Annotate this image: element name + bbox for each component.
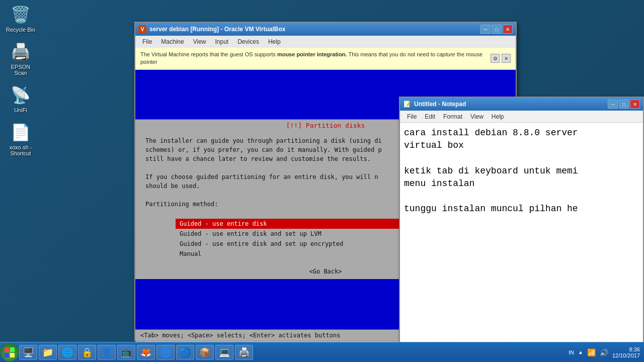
notepad-menu-file[interactable]: File	[403, 112, 421, 121]
taskbar-app-tv[interactable]: 📺	[117, 345, 135, 360]
taskbar-app-chrome[interactable]: 🔵	[176, 345, 194, 360]
notepad-titlebar[interactable]: 📝 Untitled - Notepad ─ □ ✕	[400, 98, 643, 111]
unifi-icon[interactable]: 📡 UniFi	[3, 83, 39, 115]
vbox-menubar: File Machine View Input Devices Help	[135, 36, 516, 48]
svg-rect-3	[10, 353, 15, 357]
clock-date: 12/10/2017	[612, 352, 640, 358]
taskbar-apps: 🖥️ 📁 🌐 🔒 👤 📺 🦊 🌀 🔵 📦 💻 🖨️	[19, 345, 569, 360]
taskbar-app-security[interactable]: 🔒	[78, 345, 96, 360]
notepad-menu-edit[interactable]: Edit	[421, 112, 439, 121]
virtualbox-icon: V	[138, 25, 146, 33]
taskbar-app-swirl[interactable]: 🌀	[156, 345, 175, 360]
windows-logo-icon	[4, 347, 15, 358]
vbox-menu-view[interactable]: View	[189, 37, 210, 46]
systray-network: 📶	[587, 348, 596, 356]
taskbar-app-explorer[interactable]: 🖥️	[19, 345, 37, 360]
systray-arrow[interactable]: ▲	[578, 349, 583, 355]
start-button[interactable]	[0, 343, 19, 361]
notepad-maximize-button[interactable]: □	[619, 100, 629, 109]
taskbar-system-tray: IN ▲ 📶 🔊 8:36 12/10/2017	[569, 346, 644, 358]
vbox-notif-close-button[interactable]: ✕	[502, 54, 511, 63]
notepad-menu-view[interactable]: View	[466, 112, 488, 121]
desktop: 🗑️ Recycle Bin 🖨️ EPSON Scan 📡 UniFi 📄 x…	[0, 0, 644, 362]
vbox-window-controls: ─ □ ✕	[480, 25, 513, 34]
virtualbox-titlebar[interactable]: V server debian [Running] - Oracle VM Vi…	[135, 23, 516, 36]
notepad-minimize-button[interactable]: ─	[608, 100, 618, 109]
notepad-close-button[interactable]: ✕	[630, 100, 640, 109]
vbox-close-button[interactable]: ✕	[503, 25, 513, 34]
notepad-window: 📝 Untitled - Notepad ─ □ ✕ File Edit For…	[399, 97, 644, 343]
taskbar-app-printer[interactable]: 🖨️	[235, 345, 253, 360]
svg-rect-2	[5, 353, 9, 357]
vbox-menu-file[interactable]: File	[138, 37, 156, 46]
vbox-notification-text: The Virtual Machine reports that the gue…	[140, 51, 491, 66]
notepad-text-area[interactable]: cara install debian 8.8.0 server virtual…	[400, 123, 643, 341]
vbox-notification-buttons: ⚙ ✕	[491, 54, 511, 63]
vbox-menu-machine[interactable]: Machine	[157, 37, 188, 46]
notepad-menu-help[interactable]: Help	[488, 112, 508, 121]
taskbar-app-firefox[interactable]: 🦊	[137, 345, 155, 360]
notepad-window-controls: ─ □ ✕	[608, 100, 640, 109]
vbox-menu-help[interactable]: Help	[264, 37, 285, 46]
taskbar-app-folder[interactable]: 📁	[39, 345, 57, 360]
vbox-minimize-button[interactable]: ─	[480, 25, 491, 34]
taskbar-clock[interactable]: 8:36 12/10/2017	[612, 346, 640, 358]
vbox-maximize-button[interactable]: □	[492, 25, 502, 34]
taskbar: 🖥️ 📁 🌐 🔒 👤 📺 🦊 🌀 🔵 📦 💻 🖨️ IN ▲ 📶 🔊 8:36 …	[0, 342, 644, 362]
svg-rect-0	[5, 347, 9, 352]
taskbar-app-laptop[interactable]: 💻	[215, 345, 233, 360]
epson-scan-icon[interactable]: 🖨️ EPSON Scan	[3, 40, 39, 78]
taskbar-app-user[interactable]: 👤	[98, 345, 116, 360]
notepad-icon: 📝	[403, 100, 411, 108]
taskbar-app-ie[interactable]: 🌐	[58, 345, 76, 360]
recycle-bin-icon[interactable]: 🗑️ Recycle Bin	[3, 3, 39, 35]
vbox-menu-devices[interactable]: Devices	[233, 37, 263, 46]
vbox-menu-input[interactable]: Input	[211, 37, 233, 46]
clock-time: 8:36	[612, 346, 640, 352]
desktop-icons-container: 🗑️ Recycle Bin 🖨️ EPSON Scan 📡 UniFi 📄 x…	[3, 3, 39, 158]
notepad-menu-format[interactable]: Format	[439, 112, 466, 121]
systray-volume[interactable]: 🔊	[600, 348, 608, 356]
notepad-title: Untitled - Notepad	[414, 101, 605, 108]
notepad-menubar: File Edit Format View Help	[400, 111, 643, 123]
xoxo-shortcut-icon[interactable]: 📄 xoxo.sh - Shortcut	[3, 120, 39, 158]
vbox-notif-settings-button[interactable]: ⚙	[491, 54, 500, 63]
virtualbox-title: server debian [Running] - Oracle VM Virt…	[149, 26, 477, 33]
vbox-notification-bar: The Virtual Machine reports that the gue…	[135, 48, 516, 70]
taskbar-app-virtualbox[interactable]: 📦	[196, 345, 214, 360]
svg-rect-1	[10, 347, 15, 352]
systray-lang: IN	[569, 349, 574, 355]
